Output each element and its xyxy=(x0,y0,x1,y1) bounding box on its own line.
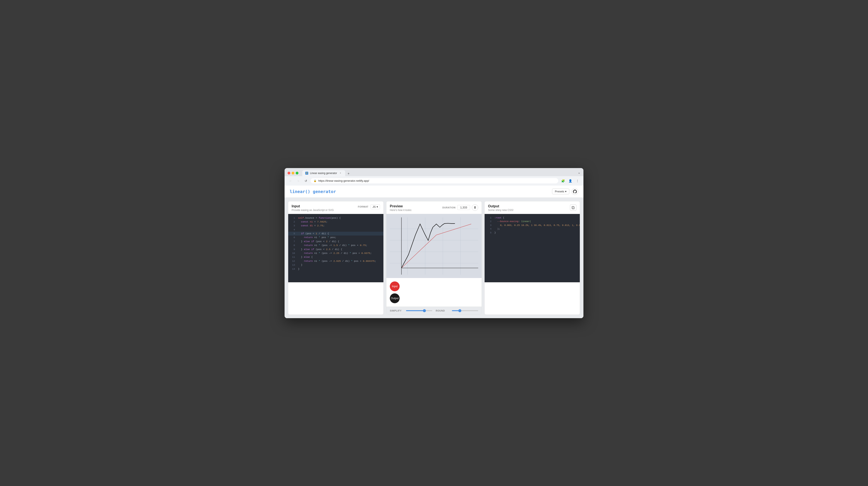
address-bar[interactable]: 🔒 https://linear-easing-generator.netlif… xyxy=(311,178,558,183)
forward-button[interactable]: → xyxy=(295,178,301,184)
output-title-group: Output Some shiny new CSS! xyxy=(488,204,514,212)
output-panel: Output Some shiny new CSS! 1 :root { xyxy=(485,201,580,315)
input-panel-title-group: Input Provide easing as JavaScript or SV… xyxy=(291,204,334,212)
window-expand-button[interactable]: ⌄ xyxy=(578,171,581,176)
output-line-5: 5 } xyxy=(485,231,580,235)
input-ball[interactable]: Input xyxy=(390,281,400,291)
preview-panel-title: Preview xyxy=(390,204,412,208)
input-panel-header: Input Provide easing as JavaScript or SV… xyxy=(288,201,383,214)
format-select[interactable]: JS ▾ xyxy=(371,204,380,209)
chart-area xyxy=(386,214,482,278)
code-line-3: 3 const d1 = 2.75; xyxy=(288,224,383,227)
output-ball-label: Output xyxy=(391,297,399,300)
github-icon xyxy=(573,190,577,193)
input-panel-subtitle: Provide easing as JavaScript or SVG xyxy=(291,209,334,212)
output-ball[interactable]: Output xyxy=(390,294,400,303)
code-line-10: 10 return n1 * (pos -= 2.25 / d1) * pos … xyxy=(288,251,383,255)
simplify-label: SIMPLIFY xyxy=(390,309,403,312)
app-content: linear() generator Presets ▾ Inp xyxy=(285,186,583,318)
output-panel-header: Output Some shiny new CSS! xyxy=(485,201,580,214)
code-line-2: 2 const n1 = 7.5625; xyxy=(288,220,383,224)
duration-input[interactable] xyxy=(457,205,470,210)
tab-favicon: ⚡ xyxy=(305,172,308,175)
input-panel-title: Input xyxy=(291,204,334,208)
reload-button[interactable]: ↺ xyxy=(303,178,309,184)
input-ball-label: Input xyxy=(392,285,398,288)
format-label: FORMAT xyxy=(358,205,369,208)
round-thumb[interactable] xyxy=(458,309,461,312)
menu-button[interactable]: ⋮ xyxy=(575,178,581,184)
maximize-button[interactable] xyxy=(296,172,299,175)
preview-panel: Preview Here's how it looks: DURATION ⏸ xyxy=(386,201,482,315)
preview-title-group: Preview Here's how it looks: xyxy=(390,204,412,212)
github-button[interactable] xyxy=(571,188,578,195)
tab-bar: ⚡ Linear easing generator × + xyxy=(302,170,576,176)
browser-window: ⚡ Linear easing generator × + ⌄ ← → ↺ 🔒 … xyxy=(285,168,583,318)
url-text: https://linear-easing-generator.netlify.… xyxy=(318,179,369,182)
app-logo: linear() generator xyxy=(290,189,336,194)
minimize-button[interactable] xyxy=(291,172,294,175)
code-line-7: 7 } else if (pos < 2 / d1) { xyxy=(288,240,383,243)
animation-demo: Input Output xyxy=(386,278,482,307)
simplify-fill xyxy=(406,310,424,311)
tab-close-button[interactable]: × xyxy=(339,172,342,175)
code-line-8: 8 return n1 * (pos -= 1.5 / d1) * pos + … xyxy=(288,243,383,247)
simplify-row: SIMPLIFY ROUND xyxy=(390,309,478,312)
format-value: JS xyxy=(373,205,376,208)
duration-control: DURATION ⏸ xyxy=(442,204,478,211)
round-track xyxy=(452,310,478,311)
tab-title: Linear easing generator xyxy=(310,172,337,175)
navbar: ← → ↺ 🔒 https://linear-easing-generator.… xyxy=(285,176,583,186)
output-line-1: 1 :root { xyxy=(485,216,580,220)
input-panel-actions: FORMAT JS ▾ xyxy=(358,204,380,209)
panels: Input Provide easing as JavaScript or SV… xyxy=(285,198,583,318)
preview-panel-subtitle: Here's how it looks: xyxy=(390,209,412,212)
output-code: 1 :root { 2 --bounce-easing: linear( 3 0… xyxy=(485,214,580,282)
profile-button[interactable]: 👤 xyxy=(567,178,573,184)
titlebar: ⚡ Linear easing generator × + ⌄ xyxy=(285,168,583,176)
traffic-lights xyxy=(287,172,299,175)
back-button[interactable]: ← xyxy=(287,178,293,184)
copy-button[interactable] xyxy=(570,204,577,211)
extensions-button[interactable]: 🧩 xyxy=(560,178,566,184)
slider-section: SIMPLIFY ROUND xyxy=(386,307,482,314)
close-button[interactable] xyxy=(287,172,290,175)
output-line-3: 3 0, 0.063, 0.25 18.2%, 1 36.4%, 0.813, … xyxy=(485,223,580,227)
output-panel-title: Output xyxy=(488,204,514,208)
code-line-11: 11 } else { xyxy=(288,255,383,259)
output-panel-subtitle: Some shiny new CSS! xyxy=(488,209,514,212)
code-line-4: 4 xyxy=(288,228,383,232)
app-header-actions: Presets ▾ xyxy=(552,188,578,195)
code-line-14: 14 } xyxy=(288,267,383,271)
pause-icon: ⏸ xyxy=(473,206,477,210)
code-line-6: 6 return n1 * pos * pos; xyxy=(288,236,383,239)
duration-label: DURATION xyxy=(442,206,456,209)
input-ball-container: Input xyxy=(390,281,478,291)
security-icon: 🔒 xyxy=(314,179,317,182)
round-label: ROUND xyxy=(436,309,448,312)
simplify-thumb[interactable] xyxy=(423,309,426,312)
new-tab-button[interactable]: + xyxy=(346,171,351,176)
active-tab[interactable]: ⚡ Linear easing generator × xyxy=(302,170,345,176)
presets-label: Presets xyxy=(555,190,564,193)
easing-chart xyxy=(390,217,478,275)
presets-button[interactable]: Presets ▾ xyxy=(552,188,569,194)
output-line-4: 4 ); xyxy=(485,227,580,231)
output-line-2: 2 --bounce-easing: linear( xyxy=(485,220,580,223)
code-line-1: 1 self.bounce = function(pos) { xyxy=(288,216,383,220)
copy-icon xyxy=(571,206,575,209)
nav-actions: 🧩 👤 ⋮ xyxy=(560,178,581,184)
code-line-9: 9 } else if (pos < 2.5 / d1) { xyxy=(288,247,383,251)
simplify-track xyxy=(406,310,432,311)
chevron-down-icon: ▾ xyxy=(565,190,566,193)
code-line-5: 5 if (pos < 1 / d1) { xyxy=(288,232,383,236)
play-pause-button[interactable]: ⏸ xyxy=(472,204,478,211)
input-panel: Input Provide easing as JavaScript or SV… xyxy=(288,201,383,315)
output-ball-container: Output xyxy=(390,294,478,303)
format-chevron-icon: ▾ xyxy=(377,205,378,208)
code-line-12: 12 return n1 * (pos -= 2.625 / d1) * pos… xyxy=(288,259,383,263)
preview-panel-header: Preview Here's how it looks: DURATION ⏸ xyxy=(386,201,482,214)
code-line-13: 13 } xyxy=(288,263,383,267)
code-editor[interactable]: 1 self.bounce = function(pos) { 2 const … xyxy=(288,214,383,282)
app-header: linear() generator Presets ▾ xyxy=(285,186,583,198)
